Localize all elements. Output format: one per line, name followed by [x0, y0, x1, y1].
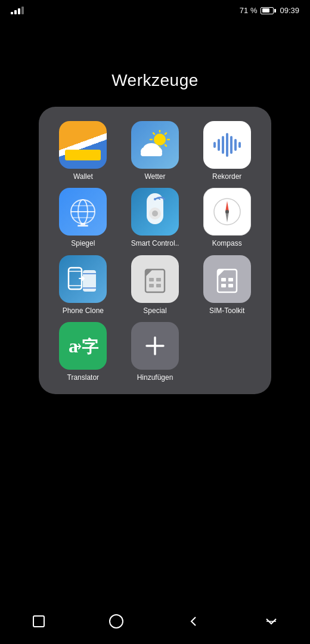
weather-icon [131, 121, 179, 169]
apps-grid: Wallet [49, 121, 261, 382]
status-right: 71 % 09:39 [240, 6, 299, 15]
phoneclone-label: Phone Clone [63, 306, 104, 315]
kompass-label: Kompass [212, 239, 242, 247]
svg-rect-15 [226, 133, 228, 157]
svg-point-57 [110, 615, 123, 628]
svg-rect-45 [156, 284, 161, 287]
svg-rect-49 [228, 278, 233, 281]
svg-rect-51 [228, 284, 233, 287]
nav-bar [0, 603, 310, 644]
svg-rect-25 [78, 225, 88, 227]
svg-point-0 [154, 134, 166, 145]
svg-rect-56 [33, 616, 44, 627]
svg-point-27 [154, 198, 156, 200]
svg-text:字: 字 [82, 337, 99, 356]
battery-icon [261, 7, 276, 14]
svg-rect-11 [141, 151, 162, 156]
rekorder-label: Rekorder [212, 172, 241, 181]
nav-home[interactable] [101, 609, 131, 633]
special-icon [131, 255, 179, 303]
svg-rect-42 [149, 278, 154, 281]
svg-rect-12 [213, 142, 216, 148]
svg-rect-44 [149, 284, 154, 287]
app-smartcontrol[interactable]: Smart Control.. [122, 188, 189, 247]
wallet-icon [59, 121, 107, 169]
app-special[interactable]: Special [122, 255, 189, 315]
svg-line-6 [165, 145, 166, 146]
signal-icon [11, 7, 24, 14]
wetter-label: Wetter [144, 172, 165, 181]
translator-label: Translator [67, 373, 100, 382]
add-label: Hinzufügen [137, 373, 173, 382]
svg-marker-41 [145, 270, 153, 277]
app-wallet[interactable]: Wallet [49, 121, 117, 181]
clock: 09:39 [280, 6, 299, 15]
special-label: Special [143, 306, 166, 315]
spiegel-label: Spiegel [71, 239, 95, 247]
app-simtoolkit[interactable]: SIM-Toolkit [193, 255, 261, 315]
app-kompass[interactable]: Kompass [193, 188, 261, 247]
app-wetter[interactable]: Wetter [122, 121, 189, 181]
simtoolkit-icon [203, 255, 251, 303]
svg-line-7 [165, 133, 166, 134]
svg-rect-48 [221, 278, 226, 281]
svg-rect-50 [221, 284, 226, 287]
svg-line-5 [153, 133, 154, 134]
add-icon [131, 322, 179, 370]
app-phoneclone[interactable]: Phone Clone [49, 255, 117, 315]
svg-rect-43 [156, 278, 161, 281]
app-rekorder[interactable]: Rekorder [193, 121, 261, 181]
rekorder-icon [203, 121, 251, 169]
app-spiegel[interactable]: Spiegel [49, 188, 117, 247]
svg-rect-16 [230, 136, 232, 154]
app-translator[interactable]: a 字 Translator [49, 322, 117, 382]
svg-rect-17 [234, 139, 237, 151]
battery-percent: 71 % [240, 6, 258, 15]
smartcontrol-icon [131, 188, 179, 236]
svg-point-33 [225, 210, 229, 213]
page-title: Werkzeuge [0, 71, 310, 90]
svg-point-29 [152, 210, 158, 216]
simtoolkit-label: SIM-Toolkit [209, 306, 244, 315]
smartcontrol-label: Smart Control.. [131, 239, 179, 247]
app-folder: Wallet [39, 107, 271, 394]
app-add[interactable]: Hinzufügen [122, 322, 189, 382]
nav-menu[interactable] [256, 609, 286, 633]
kompass-icon [203, 188, 251, 236]
nav-back[interactable] [179, 609, 209, 633]
svg-rect-13 [218, 139, 220, 151]
svg-rect-14 [222, 136, 224, 154]
phoneclone-icon [59, 255, 107, 303]
status-bar: 71 % 09:39 [0, 0, 310, 17]
spiegel-icon [59, 188, 107, 236]
wallet-label: Wallet [73, 172, 93, 181]
svg-marker-47 [218, 270, 225, 277]
svg-rect-18 [238, 142, 241, 148]
translator-icon: a 字 [59, 322, 107, 370]
nav-recent-apps[interactable] [24, 609, 54, 633]
